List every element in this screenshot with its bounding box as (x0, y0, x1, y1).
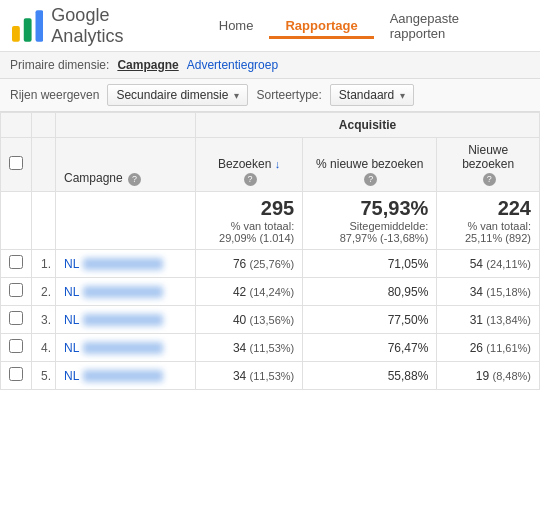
row1-num: 1. (32, 250, 56, 278)
row2-blurred-name (83, 286, 163, 298)
row5-pct-nieuw: 55,88% (303, 362, 437, 390)
rows-label: Rijen weergeven (10, 88, 99, 102)
row4-pct-nieuw: 76,47% (303, 334, 437, 362)
select-all-header (1, 113, 32, 138)
logo: Google Analytics (12, 5, 183, 47)
select-all-checkbox[interactable] (9, 156, 23, 170)
nav-custom-reports[interactable]: Aangepaste rapporten (374, 5, 528, 47)
row2-campaign-link[interactable]: NL (64, 285, 163, 299)
row4-check[interactable] (1, 334, 32, 362)
row3-campaign: NL (56, 306, 196, 334)
totals-check (1, 192, 32, 250)
data-table: Acquisitie Campagne ? Bezoeken ↓ ? % nie… (0, 112, 540, 390)
header: Google Analytics Home Rapportage Aangepa… (0, 0, 540, 52)
row3-nieuw: 31 (13,84%) (437, 306, 540, 334)
row1-campaign: NL (56, 250, 196, 278)
bezoeken-sort-icon: ↓ (275, 158, 281, 170)
totals-num (32, 192, 56, 250)
row3-campaign-link[interactable]: NL (64, 313, 163, 327)
row2-bezoeken: 42 (14,24%) (196, 278, 303, 306)
row5-nieuw: 19 (8,48%) (437, 362, 540, 390)
row5-campaign: NL (56, 362, 196, 390)
row5-bezoeken: 34 (11,53%) (196, 362, 303, 390)
row3-check[interactable] (1, 306, 32, 334)
logo-text: Google Analytics (51, 5, 182, 47)
totals-row: 295 % van totaal: 29,09% (1.014) 75,93% … (1, 192, 540, 250)
row1-nieuw: 54 (24,11%) (437, 250, 540, 278)
row2-campaign: NL (56, 278, 196, 306)
campaign-col-header: Campagne ? (56, 138, 196, 192)
row4-num: 4. (32, 334, 56, 362)
pct-nieuw-help-icon[interactable]: ? (364, 173, 377, 186)
row3-blurred-name (83, 314, 163, 326)
ga-logo-icon (12, 10, 43, 42)
row1-check[interactable] (1, 250, 32, 278)
row5-check[interactable] (1, 362, 32, 390)
nieuw-help-icon[interactable]: ? (483, 173, 496, 186)
totals-pct-nieuw: 75,93% Sitegemiddelde: 87,97% (-13,68%) (303, 192, 437, 250)
table-row: 1. NL 76 (25,76%) 71,05% 54 (24,11%) (1, 250, 540, 278)
bezoeken-help-icon[interactable]: ? (244, 173, 257, 186)
campaign-help-icon[interactable]: ? (128, 173, 141, 186)
table-row: 5. NL 34 (11,53%) 55,88% 19 (8,48%) (1, 362, 540, 390)
row3-bezoeken: 40 (13,56%) (196, 306, 303, 334)
totals-nieuw: 224 % van totaal: 25,11% (892) (437, 192, 540, 250)
row5-blurred-name (83, 370, 163, 382)
row2-num: 2. (32, 278, 56, 306)
nieuw-col-header[interactable]: Nieuwe bezoeken ? (437, 138, 540, 192)
campaign-header (56, 113, 196, 138)
row4-bezoeken: 34 (11,53%) (196, 334, 303, 362)
dim-advertentiegroep[interactable]: Advertentiegroep (187, 58, 278, 72)
check-col-header (1, 138, 32, 192)
primary-dim-label: Primaire dimensie: (10, 58, 109, 72)
sort-label: Sorteertype: (256, 88, 321, 102)
pct-nieuw-col-header[interactable]: % nieuwe bezoeken ? (303, 138, 437, 192)
sort-dropdown[interactable]: Standaard ▾ (330, 84, 414, 106)
totals-campaign (56, 192, 196, 250)
row2-nieuw: 34 (15,18%) (437, 278, 540, 306)
row2-check[interactable] (1, 278, 32, 306)
num-col-header (32, 138, 56, 192)
bezoeken-col-header[interactable]: Bezoeken ↓ ? (196, 138, 303, 192)
row2-pct-nieuw: 80,95% (303, 278, 437, 306)
svg-rect-1 (24, 18, 32, 42)
totals-bezoeken: 295 % van totaal: 29,09% (1.014) (196, 192, 303, 250)
num-header (32, 113, 56, 138)
row1-pct-nieuw: 71,05% (303, 250, 437, 278)
row1-blurred-name (83, 258, 163, 270)
dim-campagne[interactable]: Campagne (117, 58, 178, 72)
table-row: 3. NL 40 (13,56%) 77,50% 31 (13,84%) (1, 306, 540, 334)
row4-nieuw: 26 (11,61%) (437, 334, 540, 362)
row5-num: 5. (32, 362, 56, 390)
row1-bezoeken: 76 (25,76%) (196, 250, 303, 278)
table-row: 2. NL 42 (14,24%) 80,95% 34 (15,18%) (1, 278, 540, 306)
primary-dimension-bar: Primaire dimensie: Campagne Advertentieg… (0, 52, 540, 79)
row4-campaign: NL (56, 334, 196, 362)
secondary-toolbar: Rijen weergeven Secundaire dimensie ▾ So… (0, 79, 540, 112)
svg-rect-2 (36, 10, 44, 41)
table-row: 4. NL 34 (11,53%) 76,47% 26 (11,61%) (1, 334, 540, 362)
sort-arrow-icon: ▾ (400, 90, 405, 101)
row3-pct-nieuw: 77,50% (303, 306, 437, 334)
row4-blurred-name (83, 342, 163, 354)
row4-campaign-link[interactable]: NL (64, 341, 163, 355)
svg-rect-0 (12, 26, 20, 42)
row1-campaign-link[interactable]: NL (64, 257, 163, 271)
row3-num: 3. (32, 306, 56, 334)
row5-campaign-link[interactable]: NL (64, 369, 163, 383)
nav-rapportage[interactable]: Rapportage (269, 12, 373, 39)
secondary-dim-arrow-icon: ▾ (234, 90, 239, 101)
secondary-dim-dropdown[interactable]: Secundaire dimensie ▾ (107, 84, 248, 106)
main-nav: Home Rapportage Aangepaste rapporten (203, 5, 528, 47)
acquisitie-header: Acquisitie (196, 113, 540, 138)
nav-home[interactable]: Home (203, 12, 270, 39)
